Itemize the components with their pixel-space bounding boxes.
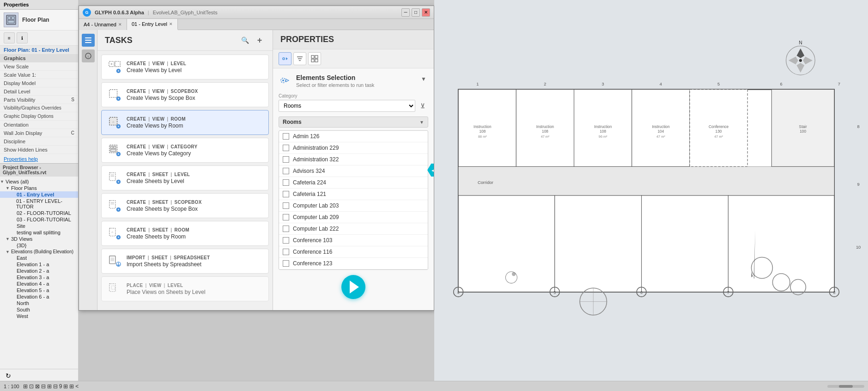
view-icon-8[interactable]: ⊞ (69, 383, 74, 390)
room-checkbox-administration229[interactable] (283, 145, 289, 151)
refresh-button[interactable]: ↻ (4, 371, 13, 380)
task-item-create-sheet-level[interactable]: + CREATE | SHEET | LEVEL Create Sheets b… (101, 165, 269, 190)
task-item-create-view-category[interactable]: + CREATE | VIEW | CATEGORY Create Views … (101, 138, 269, 163)
tree-item-floor-tutorial-03[interactable]: 03 - FLOOR-TUTORIAL (0, 216, 78, 223)
elements-collapse-button[interactable]: ▼ (419, 74, 428, 84)
minimize-button[interactable]: ─ (401, 8, 410, 17)
room-checkbox-administration322[interactable] (283, 156, 289, 163)
tree-item-3d[interactable]: {3D} (0, 242, 78, 249)
task-item-place-view-level[interactable]: PLACE | VIEW | LEVEL Place Views on Shee… (101, 276, 269, 301)
tab-a4-close[interactable]: ✕ (118, 22, 122, 27)
task-item-create-view-scopebox[interactable]: + CREATE | VIEW | SCOPEBOX Create Views … (101, 82, 269, 107)
task-text-import-sheet-spreadsheet: IMPORT | SHEET | SPREADSHEET Import Shee… (127, 255, 210, 268)
tree-item-elev3[interactable]: Elevation 3 - a (0, 274, 78, 281)
tab-a4-unnamed[interactable]: A4 - Unnamed ✕ (79, 19, 127, 30)
tree-item-floor-plans[interactable]: ▼ Floor Plans (0, 185, 78, 191)
prop-tab-grid[interactable] (308, 52, 321, 65)
tree-item-elev2[interactable]: Elevation 2 - a (0, 268, 78, 274)
rooms-dropdown-arrow-icon: ▼ (419, 120, 424, 125)
prop-tab-filter[interactable] (293, 52, 306, 65)
svg-text:10: 10 (856, 245, 861, 250)
room-checkbox-cafeteria224[interactable] (283, 179, 289, 186)
task-item-create-view-room[interactable]: ⌂ + CREATE | VIEW | ROOM Create Views by… (101, 110, 269, 135)
tree-item-elev5[interactable]: Elevation 5 - a (0, 287, 78, 293)
tree-item-views-all[interactable]: ▼ Views (all) (0, 178, 78, 185)
tree-label-3d-views: 3D Views (11, 236, 32, 242)
view-icon-3[interactable]: ⊠ (35, 383, 40, 390)
tree-item-elev4[interactable]: Elevation 4 - a (0, 281, 78, 287)
view-icon-6[interactable]: ⊟ (53, 383, 58, 390)
tree-label-floor-tutorial-02: 02 - FLOOR-TUTORIAL (17, 210, 71, 216)
room-checkbox-advisors324[interactable] (283, 168, 289, 174)
room-checkbox-conference103[interactable] (283, 237, 289, 244)
tree-item-elevations[interactable]: ▼ Elevations (Building Elevation) (0, 249, 78, 255)
svg-text:96 m²: 96 m² (599, 134, 607, 139)
room-checkbox-computerlab203[interactable] (283, 202, 289, 209)
tree-item-north[interactable]: North (0, 300, 78, 306)
task-item-import-sheet-spreadsheet[interactable]: IMPORT | SHEET | SPREADSHEET Import Shee… (101, 249, 269, 274)
task-item-create-view-level[interactable]: + CREATE | VIEW | LEVEL Create Views by … (101, 55, 269, 79)
room-item-advisors324[interactable]: Advisors 324 (279, 165, 428, 177)
task-item-create-sheet-room[interactable]: ⌂ + CREATE | SHEET | ROOM Create Sheets … (101, 221, 269, 246)
prop-tab-elements[interactable] (279, 52, 291, 65)
tree-item-south[interactable]: South (0, 306, 78, 313)
left-icon-btn-1[interactable]: ≡ (4, 32, 15, 43)
room-item-computerlab209[interactable]: Computer Lab 209 (279, 212, 428, 223)
svg-text:i: i (88, 55, 89, 59)
room-item-admin126[interactable]: Admin 126 (279, 131, 428, 142)
tree-item-3d-views[interactable]: ▼ 3D Views (0, 236, 78, 242)
view-icon-4[interactable]: ⊟ (41, 383, 46, 390)
room-item-conference116[interactable]: Conference 116 (279, 246, 428, 258)
room-checkbox-computerlab222[interactable] (283, 226, 289, 232)
rooms-dropdown-header[interactable]: Rooms ▼ (279, 116, 428, 128)
room-item-cafeteria121[interactable]: Cafeteria 121 (279, 189, 428, 200)
category-filter-button[interactable]: ⊻ (417, 100, 428, 111)
view-icon-2[interactable]: ⊡ (29, 383, 34, 390)
task-item-create-sheet-scopebox[interactable]: + CREATE | SHEET | SCOPEBOX Create Sheet… (101, 193, 269, 218)
view-icon-7[interactable]: ⊞ (63, 383, 68, 390)
room-item-conference103[interactable]: Conference 103 (279, 235, 428, 246)
tree-item-entry-level[interactable]: 01 - Entry Level (0, 191, 78, 198)
tasks-search-button[interactable]: 🔍 (239, 35, 250, 46)
tab-entry-close[interactable]: ✕ (169, 22, 173, 26)
room-checkbox-conference123[interactable] (283, 260, 289, 267)
left-icon-btn-2[interactable]: ℹ (17, 32, 28, 43)
room-item-cafeteria224[interactable]: Cafeteria 224 (279, 177, 428, 189)
svg-text:88 m²: 88 m² (478, 134, 487, 139)
room-item-administration322[interactable]: Administration 322 (279, 154, 428, 165)
view-icon-9[interactable]: < (75, 383, 79, 390)
tree-item-entry-level-tutor[interactable]: 01 - ENTRY LEVEL-TUTOR (0, 198, 78, 210)
sidebar-info-btn[interactable]: i (82, 49, 95, 62)
prop-label-visoverrides: Visibility/Graphics Overrides (4, 105, 74, 110)
svg-rect-73 (458, 166, 834, 196)
tree-item-wall-splitting[interactable]: testing wall splitting (0, 229, 78, 236)
close-button[interactable]: ✕ (422, 8, 430, 17)
room-checkbox-computerlab209[interactable] (283, 214, 289, 220)
room-checkbox-cafeteria121[interactable] (283, 191, 289, 197)
tasks-add-button[interactable]: + (254, 35, 265, 46)
tree-item-site[interactable]: Site (0, 223, 78, 229)
tree-item-elev1[interactable]: Elevation 1 - a (0, 261, 78, 268)
room-item-computerlab222[interactable]: Computer Lab 222 (279, 223, 428, 235)
tree-item-floor-tutorial-02[interactable]: 02 - FLOOR-TUTORIAL (0, 210, 78, 216)
view-icon-5[interactable]: ⊞ (47, 383, 52, 390)
tab-entry-level[interactable]: 01 - Entry Level ✕ (127, 19, 178, 30)
floor-plan-icon (4, 12, 18, 27)
tree-item-west[interactable]: West (0, 313, 78, 319)
sidebar-tasks-btn[interactable] (82, 34, 95, 47)
properties-help-link[interactable]: Properties help (0, 155, 78, 163)
room-checkbox-admin126[interactable] (283, 133, 289, 140)
restore-button[interactable]: □ (412, 8, 420, 17)
room-item-conference123[interactable]: Conference 123 (279, 258, 428, 269)
category-select[interactable]: Rooms (279, 100, 415, 112)
room-item-administration229[interactable]: Administration 229 (279, 142, 428, 154)
tree-item-elev6[interactable]: Elevation 6 - a (0, 293, 78, 300)
tree-item-east[interactable]: East (0, 255, 78, 261)
svg-point-119 (512, 272, 516, 276)
room-item-computerlab203[interactable]: Computer Lab 203 (279, 200, 428, 212)
play-button[interactable] (341, 275, 365, 299)
room-checkbox-conference116[interactable] (283, 249, 289, 255)
glyph-window: G GLYPH 0.0.6.3 Alpha | EvolveLAB_Glyph_… (79, 6, 434, 311)
floorplan-drawing: N Corridor Instruction 108 88 m² Instruc… (434, 0, 868, 391)
view-icon-1[interactable]: ⊞ (23, 383, 28, 390)
